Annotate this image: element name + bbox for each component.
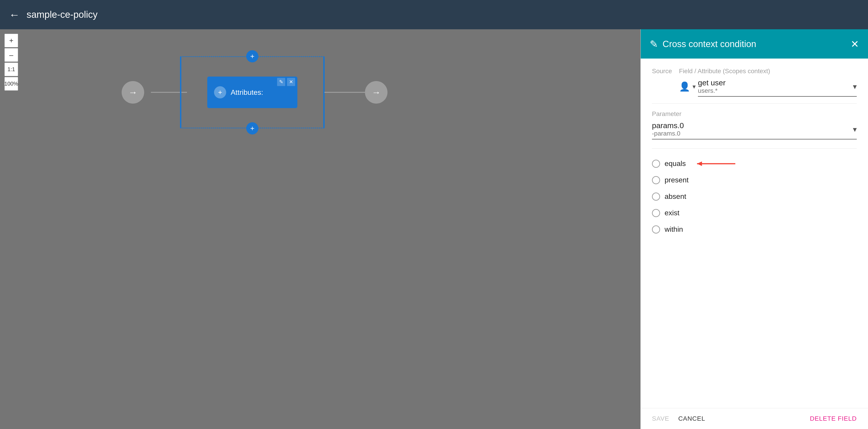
node-delete-button[interactable]: ✕ [287, 78, 295, 86]
save-button[interactable]: SAVE [652, 415, 669, 422]
parameter-dropdown[interactable]: params.0 -params.0 ▾ [652, 119, 857, 139]
main-content: + – 1:1 100% → + + + Attributes: [0, 29, 868, 429]
radio-exist-label: exist [664, 209, 679, 217]
radio-option-within[interactable]: within [652, 221, 857, 238]
red-arrow-annotation [690, 160, 735, 167]
radio-within-label: within [664, 225, 683, 234]
panel-body: Source Field / Attribute (Scopes context… [641, 59, 868, 408]
page-title: sample-ce-policy [27, 9, 97, 20]
parameter-dropdown-sub: -params.0 [652, 130, 684, 137]
radio-present-label: present [664, 176, 689, 184]
panel-header: ✎ Cross context condition ✕ [641, 29, 868, 59]
source-field-row: Source Field / Attribute (Scopes context… [652, 68, 857, 97]
right-panel: ✎ Cross context condition ✕ Source Field… [641, 29, 868, 429]
source-dropdown[interactable]: get user users.* ▾ [698, 76, 857, 97]
canvas-area: + – 1:1 100% → + + + Attributes: [0, 29, 641, 429]
svg-marker-1 [697, 162, 702, 166]
panel-close-button[interactable]: ✕ [851, 38, 859, 50]
panel-title: Cross context condition [662, 39, 851, 49]
field-attr-label: Field / Attribute (Scopes context) [679, 68, 857, 75]
add-bottom-button[interactable]: + [246, 122, 258, 134]
parameter-section: Parameter params.0 -params.0 ▾ [652, 110, 857, 139]
radio-option-present[interactable]: present [652, 172, 857, 188]
right-arrow-icon: → [372, 87, 381, 98]
radio-exist-circle [652, 209, 660, 217]
source-dropdown-content: get user users.* [698, 78, 725, 94]
radio-option-equals[interactable]: equals [652, 155, 857, 172]
source-dropdown-value: get user [698, 78, 725, 87]
parameter-dropdown-content: params.0 -params.0 [652, 121, 684, 137]
delete-field-button[interactable]: DELETE FIELD [810, 415, 857, 422]
topbar: ← sample-ce-policy [0, 0, 868, 29]
radio-absent-circle [652, 193, 660, 201]
node-label: Attributes: [231, 88, 263, 97]
panel-footer: SAVE CANCEL DELETE FIELD [641, 408, 868, 429]
radio-options-group: equals present absent [652, 155, 857, 238]
add-top-button[interactable]: + [246, 50, 258, 62]
user-icon: 👤 [679, 81, 690, 92]
radio-within-circle [652, 225, 660, 234]
radio-equals-circle [652, 160, 660, 168]
source-dropdown-expand-icon: ▾ [692, 83, 696, 90]
source-dropdown-row: 👤 ▾ get user users.* ▾ [679, 76, 857, 97]
right-arrow-node[interactable]: → [365, 81, 388, 104]
divider-1 [652, 103, 857, 104]
field-attr-col: Field / Attribute (Scopes context) 👤 ▾ g… [679, 68, 857, 97]
radio-present-circle [652, 176, 660, 184]
red-arrow-svg [690, 160, 735, 167]
node-actions: ✎ ✕ [277, 78, 295, 86]
parameter-dropdown-arrow: ▾ [853, 125, 857, 134]
source-label-col: Source [652, 68, 679, 97]
panel-pencil-icon: ✎ [650, 38, 658, 50]
node-edit-button[interactable]: ✎ [277, 78, 285, 86]
parameter-dropdown-value: params.0 [652, 121, 684, 130]
left-arrow-node[interactable]: → [122, 81, 144, 104]
radio-absent-label: absent [664, 192, 686, 201]
cancel-button[interactable]: CANCEL [678, 415, 705, 422]
radio-option-absent[interactable]: absent [652, 188, 857, 205]
source-dropdown-sub: users.* [698, 87, 725, 94]
left-arrow-icon: → [128, 87, 137, 98]
canvas-content: → + + + Attributes: ✎ ✕ [0, 29, 641, 429]
source-label: Source [652, 68, 679, 75]
radio-option-exist[interactable]: exist [652, 205, 857, 221]
attributes-node[interactable]: + Attributes: ✎ ✕ [207, 76, 298, 108]
box-left-border [180, 57, 181, 128]
radio-equals-label: equals [664, 159, 686, 168]
node-plus-icon: + [214, 86, 226, 98]
connector-line-right [324, 92, 365, 93]
parameter-label: Parameter [652, 110, 857, 118]
dashed-box-container: + + + Attributes: ✎ ✕ [180, 56, 324, 128]
back-button[interactable]: ← [9, 8, 20, 21]
source-dropdown-arrow: ▾ [853, 82, 857, 91]
